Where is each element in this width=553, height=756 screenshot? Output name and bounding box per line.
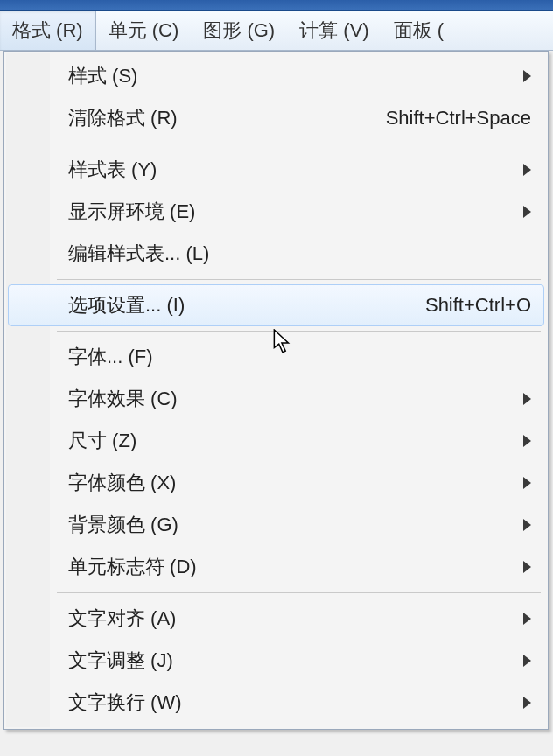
menu-separator xyxy=(57,592,541,593)
menu-item-l[interactable]: 编辑样式表... (L) xyxy=(8,233,544,275)
menu-item-label: 文字对齐 (A) xyxy=(68,606,176,632)
submenu-arrow-icon xyxy=(523,164,531,176)
submenu-arrow-icon xyxy=(523,654,531,667)
submenu-arrow-icon xyxy=(523,612,531,625)
menu-item-f[interactable]: 字体... (F) xyxy=(8,336,544,378)
menu-item-c[interactable]: 字体效果 (C) xyxy=(8,378,544,420)
menubar-item-graphics[interactable]: 图形 (G) xyxy=(191,10,287,50)
menu-item-label: 背景颜色 (G) xyxy=(68,512,178,538)
menu-item-label: 样式表 (Y) xyxy=(68,157,157,183)
menu-item-label: 字体颜色 (X) xyxy=(68,470,176,496)
menu-item-i[interactable]: 选项设置... (I)Shift+Ctrl+O xyxy=(8,284,544,326)
menu-item-label: 选项设置... (I) xyxy=(68,292,185,318)
menu-item-r[interactable]: 清除格式 (R)Shift+Ctrl+Space xyxy=(8,97,544,139)
menu-item-g[interactable]: 背景颜色 (G) xyxy=(8,504,544,546)
menubar-item-cell[interactable]: 单元 (C) xyxy=(96,10,192,50)
menubar-label: 格式 (R) xyxy=(12,18,83,44)
menu-item-j[interactable]: 文字调整 (J) xyxy=(8,640,544,682)
format-dropdown-menu: 样式 (S)清除格式 (R)Shift+Ctrl+Space样式表 (Y)显示屏… xyxy=(4,51,549,730)
submenu-arrow-icon xyxy=(523,519,531,531)
menu-item-label: 清除格式 (R) xyxy=(68,105,178,131)
submenu-arrow-icon xyxy=(523,561,531,573)
window-titlebar xyxy=(0,0,553,10)
menu-item-e[interactable]: 显示屏环境 (E) xyxy=(8,191,544,233)
menu-item-label: 显示屏环境 (E) xyxy=(68,199,195,225)
submenu-arrow-icon xyxy=(523,206,531,218)
menu-item-y[interactable]: 样式表 (Y) xyxy=(8,149,544,191)
menu-item-w[interactable]: 文字换行 (W) xyxy=(8,682,544,724)
menu-separator xyxy=(57,144,541,144)
menu-item-shortcut: Shift+Ctrl+Space xyxy=(386,107,531,130)
menubar-label: 图形 (G) xyxy=(203,18,275,44)
menu-item-x[interactable]: 字体颜色 (X) xyxy=(8,462,544,504)
menu-item-label: 样式 (S) xyxy=(68,63,137,89)
menubar-label: 计算 (V) xyxy=(299,18,368,44)
menu-item-label: 尺寸 (Z) xyxy=(68,428,136,454)
menubar: 格式 (R) 单元 (C) 图形 (G) 计算 (V) 面板 ( xyxy=(0,10,553,51)
menu-item-shortcut: Shift+Ctrl+O xyxy=(425,294,531,317)
menu-item-a[interactable]: 文字对齐 (A) xyxy=(8,598,544,640)
menu-separator xyxy=(57,279,541,280)
menu-item-label: 文字调整 (J) xyxy=(68,648,173,674)
submenu-arrow-icon xyxy=(523,435,531,447)
menu-item-label: 字体... (F) xyxy=(68,344,153,370)
menubar-label: 单元 (C) xyxy=(108,18,179,44)
menubar-item-palettes[interactable]: 面板 ( xyxy=(382,10,456,50)
menubar-item-evaluation[interactable]: 计算 (V) xyxy=(287,10,381,50)
menu-item-label: 单元标志符 (D) xyxy=(68,554,197,580)
menu-item-label: 字体效果 (C) xyxy=(68,386,178,412)
menu-item-label: 编辑样式表... (L) xyxy=(68,241,209,267)
menu-item-z[interactable]: 尺寸 (Z) xyxy=(8,420,544,462)
menu-item-d[interactable]: 单元标志符 (D) xyxy=(8,546,544,588)
submenu-arrow-icon xyxy=(523,393,531,405)
submenu-arrow-icon xyxy=(523,70,531,82)
submenu-arrow-icon xyxy=(523,477,531,489)
submenu-arrow-icon xyxy=(523,696,531,709)
menubar-item-format[interactable]: 格式 (R) xyxy=(0,10,96,50)
menu-separator xyxy=(57,331,541,332)
menu-item-s[interactable]: 样式 (S) xyxy=(8,55,544,97)
menubar-label: 面板 ( xyxy=(394,18,444,44)
menu-item-label: 文字换行 (W) xyxy=(68,690,182,716)
